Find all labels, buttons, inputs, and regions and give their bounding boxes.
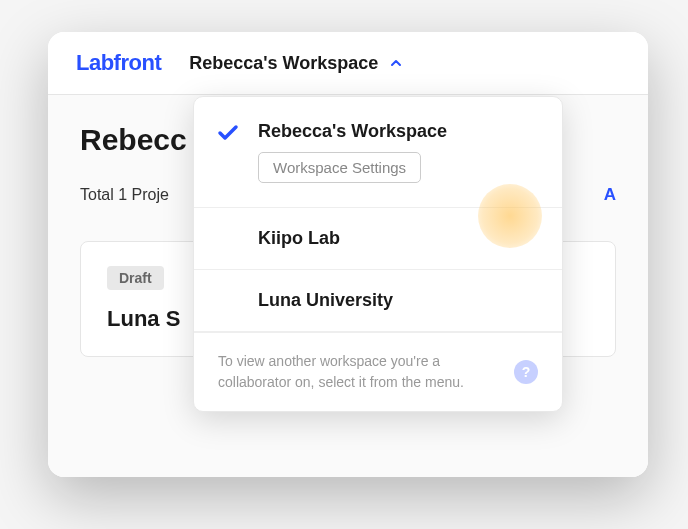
workspace-selector-label: Rebecca's Workspace xyxy=(189,53,378,74)
dropdown-footer-text: To view another workspace you're a colla… xyxy=(218,351,502,393)
checkmark-icon xyxy=(216,121,240,145)
workspace-selector[interactable]: Rebecca's Workspace xyxy=(189,53,404,74)
dropdown-item-label: Kiipo Lab xyxy=(258,228,538,249)
dropdown-item[interactable]: Luna University xyxy=(194,270,562,332)
dropdown-item[interactable]: Kiipo Lab xyxy=(194,208,562,270)
header-bar: Labfront Rebecca's Workspace xyxy=(48,32,648,95)
status-badge: Draft xyxy=(107,266,164,290)
chevron-up-icon xyxy=(388,55,404,71)
brand-logo: Labfront xyxy=(76,50,161,76)
project-count-label: Total 1 Proje xyxy=(80,186,169,204)
dropdown-item-current[interactable]: Rebecca's Workspace Workspace Settings xyxy=(194,97,562,208)
dropdown-item-label: Rebecca's Workspace xyxy=(258,121,538,142)
help-icon[interactable]: ? xyxy=(514,360,538,384)
app-window: Labfront Rebecca's Workspace Rebecc Tota… xyxy=(48,32,648,477)
add-project-link[interactable]: A xyxy=(604,185,616,205)
dropdown-footer: To view another workspace you're a colla… xyxy=(194,332,562,411)
workspace-dropdown: Rebecca's Workspace Workspace Settings K… xyxy=(193,96,563,412)
workspace-settings-button[interactable]: Workspace Settings xyxy=(258,152,421,183)
dropdown-item-label: Luna University xyxy=(258,290,538,311)
